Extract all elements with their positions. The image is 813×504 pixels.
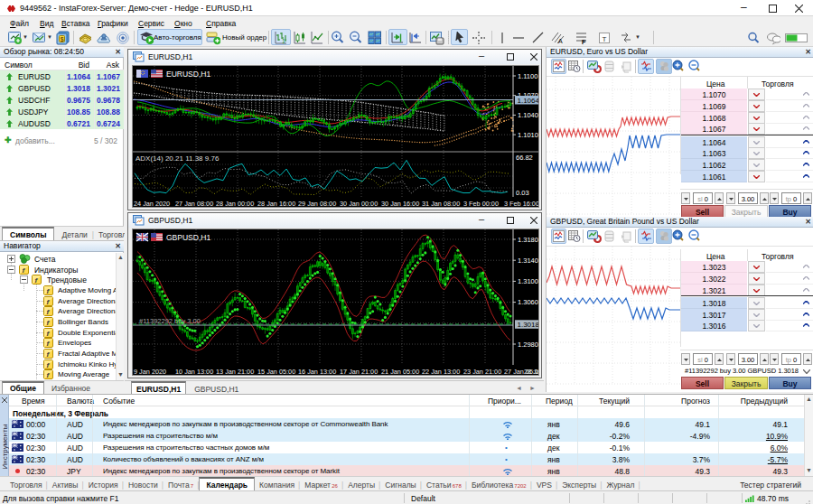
svg-text:28 Jan 16:00: 28 Jan 16:00 <box>257 200 295 208</box>
svg-text:29 Jan 08:00: 29 Jan 08:00 <box>298 200 336 208</box>
svg-text:28 Jan 00:00: 28 Jan 00:00 <box>216 200 254 208</box>
svg-text:GBPUSD,H1: GBPUSD,H1 <box>166 233 210 242</box>
svg-text:9 Jan 2020: 9 Jan 2020 <box>134 368 166 376</box>
svg-text:16 Jan 13:00: 16 Jan 13:00 <box>298 368 336 376</box>
svg-text:3 Feb 00:00: 3 Feb 00:00 <box>463 200 499 208</box>
svg-text:23 Jan 21:00: 23 Jan 21:00 <box>463 368 501 376</box>
svg-text:F: F <box>582 39 586 45</box>
svg-text:1.3018: 1.3018 <box>518 321 540 329</box>
svg-text:4 Feb 08:00: 4 Feb 08:00 <box>538 200 539 208</box>
svg-text:0.03: 0.03 <box>516 189 529 197</box>
svg-text:1.1100: 1.1100 <box>518 72 537 80</box>
svg-text:#11392292 buy 3.00: #11392292 buy 3.00 <box>139 317 201 325</box>
svg-text:66.82: 66.82 <box>516 154 533 162</box>
svg-text:1.3180: 1.3180 <box>518 236 538 244</box>
svg-text:EURUSD,H1: EURUSD,H1 <box>166 70 210 79</box>
svg-text:13 Jan 21:00: 13 Jan 21:00 <box>216 368 254 376</box>
svg-text:1.3060: 1.3060 <box>518 298 538 306</box>
svg-text:17 Jan 21:00: 17 Jan 21:00 <box>340 368 378 376</box>
svg-text:30 Jan 16:00: 30 Jan 16:00 <box>381 200 419 208</box>
svg-text:A: A <box>558 38 563 44</box>
svg-text:30 Jan 00:00: 30 Jan 00:00 <box>340 200 378 208</box>
svg-text:1: 1 <box>282 38 285 44</box>
svg-text:27 Jan 08:00: 27 Jan 08:00 <box>175 200 213 208</box>
svg-text:1.2980: 1.2980 <box>518 341 538 349</box>
svg-text:1.1010: 1.1010 <box>518 131 538 139</box>
svg-text:1.3100: 1.3100 <box>518 277 538 285</box>
svg-text:T: T <box>603 35 607 43</box>
svg-text:21 Jan 05:00: 21 Jan 05:00 <box>381 368 419 376</box>
svg-text:1.3140: 1.3140 <box>518 257 538 265</box>
svg-text:ADX(14) 20.21 11.38 9.76: ADX(14) 20.21 11.38 9.76 <box>136 154 220 163</box>
svg-text:10 Jan 13:00: 10 Jan 13:00 <box>175 368 213 376</box>
svg-text:22 Jan 13:00: 22 Jan 13:00 <box>422 368 460 376</box>
svg-text:24 Jan 2020: 24 Jan 2020 <box>134 200 170 208</box>
svg-text:3 Feb 16:00: 3 Feb 16:00 <box>504 200 539 208</box>
svg-text:1.1040: 1.1040 <box>518 111 538 119</box>
svg-text:31 Jan 08:00: 31 Jan 08:00 <box>422 200 460 208</box>
svg-text:1.1064: 1.1064 <box>518 97 540 105</box>
svg-text:28 Jan 13:00: 28 Jan 13:00 <box>524 368 539 376</box>
svg-text:$: $ <box>61 36 64 43</box>
svg-text:15 Jan 05:00: 15 Jan 05:00 <box>257 368 295 376</box>
